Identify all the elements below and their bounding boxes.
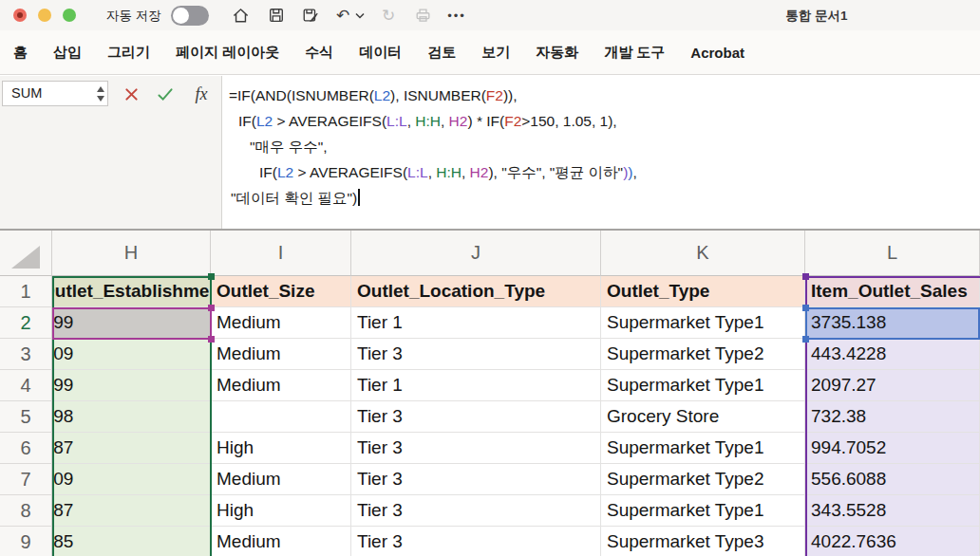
cell-J1[interactable]: Outlet_Location_Type	[351, 276, 601, 307]
minimize-window-button[interactable]	[38, 9, 51, 22]
l2-handle-bottom[interactable]	[802, 336, 809, 343]
cell-K5[interactable]: Grocery Store	[601, 401, 805, 433]
cell-H5[interactable]: 1998	[52, 401, 211, 433]
cell-I9[interactable]: Medium	[211, 527, 351, 556]
cell-J4[interactable]: Tier 1	[351, 370, 601, 401]
cell-I6[interactable]: High	[211, 433, 351, 464]
cell-I7[interactable]: Medium	[211, 464, 351, 495]
ribbon-tab-개발 도구[interactable]: 개발 도구	[604, 44, 665, 62]
ribbon-tab-Acrobat[interactable]: Acrobat	[690, 45, 744, 61]
cell-I3[interactable]: Medium	[211, 339, 351, 370]
cell-H9[interactable]: 1985	[52, 527, 211, 556]
cell-L1[interactable]: Item_Outlet_Sales	[805, 276, 980, 307]
save-as-icon[interactable]	[300, 6, 321, 25]
ribbon-tab-검토[interactable]: 검토	[427, 44, 456, 62]
ribbon-tab-홈[interactable]: 홈	[13, 44, 28, 62]
ribbon-tab-그리기[interactable]: 그리기	[107, 44, 150, 62]
cell-K2[interactable]: Supermarket Type1	[601, 307, 805, 339]
row-header-9[interactable]: 9	[0, 527, 52, 556]
stepper-down-icon[interactable]	[97, 96, 104, 102]
formula-input[interactable]: =IF(AND(ISNUMBER(L2), ISNUMBER(F2)),IF(L…	[223, 76, 980, 230]
confirm-button[interactable]	[154, 83, 177, 104]
col-header-J[interactable]: J	[351, 231, 601, 276]
cell-K4[interactable]: Supermarket Type1	[601, 370, 805, 401]
ribbon-tab-페이지 레이아웃[interactable]: 페이지 레이아웃	[176, 44, 279, 62]
cell-L2[interactable]: 3735.138	[805, 307, 980, 339]
col-header-K[interactable]: K	[601, 231, 805, 276]
row-header-7[interactable]: 7	[0, 464, 52, 495]
ribbon-tab-삽입[interactable]: 삽입	[53, 44, 82, 62]
cell-J6[interactable]: Tier 3	[351, 433, 601, 464]
col-header-H[interactable]: H	[52, 231, 211, 276]
home-icon[interactable]	[230, 6, 251, 25]
cell-J3[interactable]: Tier 3	[351, 339, 601, 370]
l2-handle-top[interactable]	[802, 305, 809, 311]
row-header-2[interactable]: 2	[0, 307, 52, 339]
insert-function-button[interactable]: fx	[190, 83, 213, 104]
cell-L4[interactable]: 2097.27	[805, 370, 980, 401]
cell-H8[interactable]: 1987	[52, 495, 211, 527]
cell-J8[interactable]: Tier 3	[351, 495, 601, 527]
row-header-3[interactable]: 3	[0, 339, 52, 370]
row-header-6[interactable]: 6	[0, 433, 52, 464]
cell-J2[interactable]: Tier 1	[351, 307, 601, 339]
undo-chevron-icon[interactable]	[353, 6, 367, 25]
cell-K3[interactable]: Supermarket Type2	[601, 339, 805, 370]
redo-icon[interactable]: ↻	[378, 6, 399, 25]
row-header-5[interactable]: 5	[0, 401, 52, 433]
name-box[interactable]: SUM	[2, 81, 108, 106]
col-header-L[interactable]: L	[805, 231, 980, 276]
cell-K1[interactable]: Outlet_Type	[601, 276, 805, 307]
h2-handle-bottom[interactable]	[208, 336, 215, 343]
print-icon[interactable]	[412, 6, 433, 25]
ribbon-tab-수식[interactable]: 수식	[305, 44, 333, 62]
ribbon-tab-자동화[interactable]: 자동화	[536, 44, 578, 62]
cell-H4[interactable]: 1999	[52, 370, 211, 401]
cell-L9[interactable]: 4022.7636	[805, 527, 980, 556]
formula-line-2: IF(L2 > AVERAGEIFS(L:L, H:H, H2) * IF(F2…	[223, 108, 980, 134]
cell-J9[interactable]: Tier 3	[351, 527, 601, 556]
cell-H3[interactable]: 2009	[52, 339, 211, 370]
zoom-window-button[interactable]	[63, 9, 76, 22]
cell-L5[interactable]: 732.38	[805, 401, 980, 433]
cell-I1[interactable]: Outlet_Size	[211, 276, 351, 307]
cell-L3[interactable]: 443.4228	[805, 339, 980, 370]
cell-I5[interactable]	[211, 401, 351, 433]
stepper-up-icon[interactable]	[97, 86, 104, 92]
select-all-corner[interactable]	[0, 231, 52, 276]
document-title: 통합 문서1	[741, 8, 893, 25]
cell-K9[interactable]: Supermarket Type3	[601, 527, 805, 556]
save-icon[interactable]	[266, 6, 287, 25]
cell-I8[interactable]: High	[211, 495, 351, 527]
cell-H2[interactable]: 1999	[52, 307, 211, 339]
undo-icon[interactable]: ↶	[332, 6, 353, 25]
ribbon-tab-보기[interactable]: 보기	[481, 44, 510, 62]
l-range-handle[interactable]	[802, 273, 809, 280]
cell-L6[interactable]: 994.7052	[805, 433, 980, 464]
cell-K8[interactable]: Supermarket Type1	[601, 495, 805, 527]
ribbon-tab-데이터[interactable]: 데이터	[359, 44, 402, 62]
formula-line-5: "데이터 확인 필요")	[223, 185, 980, 211]
cell-J7[interactable]: Tier 3	[351, 464, 601, 495]
cell-L8[interactable]: 343.5528	[805, 495, 980, 527]
name-box-stepper[interactable]	[94, 85, 107, 102]
row-header-1[interactable]: 1	[0, 276, 52, 307]
cell-K6[interactable]: Supermarket Type1	[601, 433, 805, 464]
cell-I2[interactable]: Medium	[211, 307, 351, 339]
h-range-handle[interactable]	[208, 273, 215, 280]
cell-H1[interactable]: Outlet_Establishment_Year	[52, 276, 211, 307]
cell-J5[interactable]: Tier 3	[351, 401, 601, 433]
row-header-8[interactable]: 8	[0, 495, 52, 527]
cell-I4[interactable]: Medium	[211, 370, 351, 401]
close-window-button[interactable]	[13, 9, 27, 22]
cell-K7[interactable]: Supermarket Type2	[601, 464, 805, 495]
more-toolbar-icon[interactable]: •••	[446, 6, 467, 25]
autosave-toggle[interactable]	[171, 6, 209, 26]
col-header-I[interactable]: I	[211, 231, 351, 276]
cell-H7[interactable]: 2009	[52, 464, 211, 495]
cell-H6[interactable]: 1987	[52, 433, 211, 464]
h2-handle-top[interactable]	[208, 305, 215, 311]
cell-L7[interactable]: 556.6088	[805, 464, 980, 495]
row-header-4[interactable]: 4	[0, 370, 52, 401]
cancel-button[interactable]	[120, 83, 142, 104]
